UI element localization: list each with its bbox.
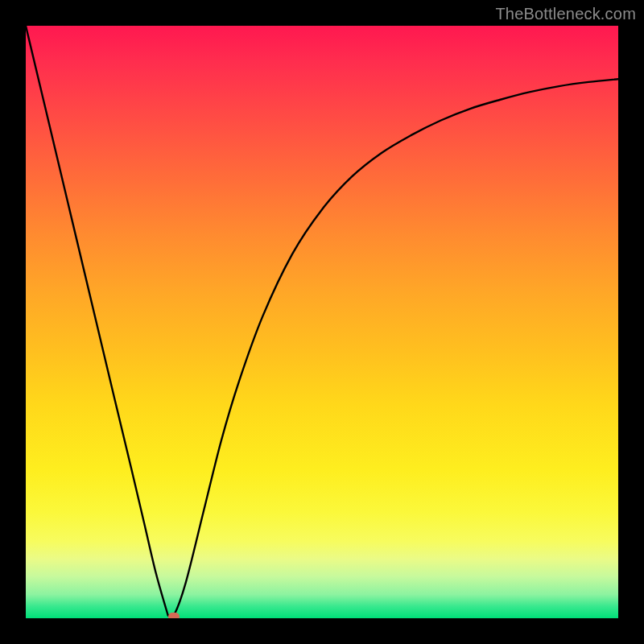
bottleneck-curve <box>26 26 618 618</box>
watermark-text: TheBottleneck.com <box>495 5 636 23</box>
plot-area <box>26 26 618 618</box>
chart-frame: TheBottleneck.com <box>0 0 644 644</box>
optimal-point-marker <box>168 613 180 618</box>
